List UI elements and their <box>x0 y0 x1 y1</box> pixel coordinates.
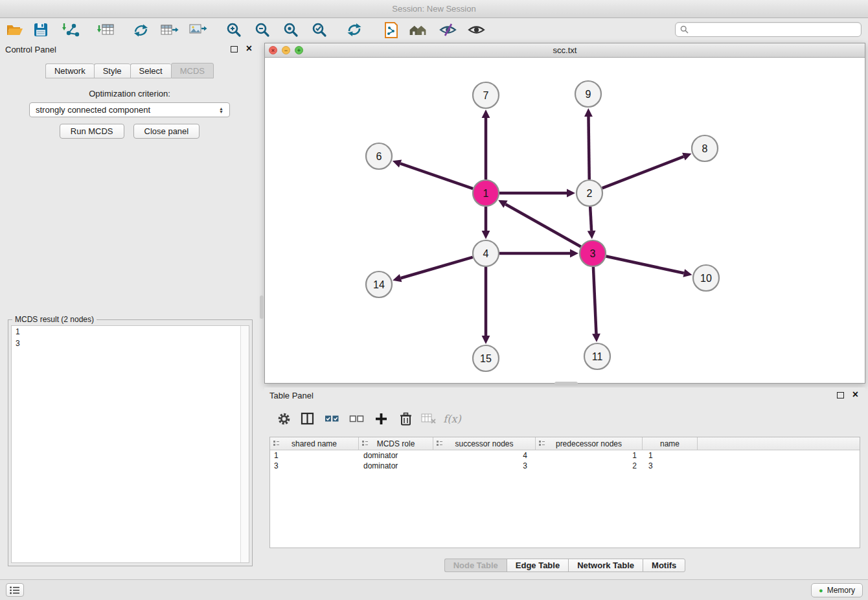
table-cell[interactable]: 2 <box>536 461 643 471</box>
control-panel-tabs: Network Style Select MCDS <box>0 63 259 78</box>
node-label-8: 8 <box>702 143 708 154</box>
edge-3-11[interactable] <box>593 267 597 334</box>
eye-icon[interactable] <box>466 20 486 40</box>
tab-network-table[interactable]: Network Table <box>568 559 643 572</box>
tab-style[interactable]: Style <box>94 63 130 78</box>
network-window-titlebar[interactable]: × − + scc.txt <box>265 43 865 58</box>
column-header-mcds-role[interactable]: MCDS role <box>359 437 433 450</box>
save-icon[interactable] <box>31 20 51 40</box>
tab-mcds[interactable]: MCDS <box>171 63 214 78</box>
column-header-name[interactable]: name <box>643 437 698 450</box>
table-cell[interactable]: 1 <box>536 450 643 461</box>
table-settings-gear-icon[interactable] <box>275 410 293 428</box>
snapshot-icon[interactable] <box>382 20 402 40</box>
edge-2-9[interactable] <box>588 117 589 179</box>
zoom-fit-icon[interactable] <box>281 20 301 40</box>
table-tabs: Node Table Edge Table Network Table Moti… <box>264 559 865 572</box>
zoom-selected-icon[interactable] <box>310 20 329 40</box>
export-network-icon[interactable] <box>131 20 150 40</box>
search-field[interactable] <box>675 22 862 37</box>
edge-arrowhead <box>570 249 578 258</box>
table-cell[interactable]: dominator <box>359 450 433 461</box>
node-label-14: 14 <box>373 279 385 290</box>
result-scrollbar-track[interactable] <box>240 326 249 562</box>
window-titlebar[interactable]: Session: New Session <box>0 0 868 18</box>
sort-icon <box>538 440 545 447</box>
vertical-splitter-handle[interactable] <box>260 295 264 319</box>
style-icon[interactable] <box>438 20 457 40</box>
column-header-shared-name[interactable]: shared name <box>270 437 359 450</box>
edge-2-8[interactable] <box>602 157 684 189</box>
run-mcds-button[interactable]: Run MCDS <box>60 124 124 139</box>
tab-network[interactable]: Network <box>45 63 94 78</box>
task-history-button[interactable] <box>6 583 24 597</box>
table-cell[interactable]: 3 <box>270 461 359 471</box>
sort-icon <box>436 440 443 447</box>
home-icon[interactable] <box>408 20 428 40</box>
table-cell[interactable]: dominator <box>359 461 433 471</box>
network-canvas[interactable]: 1234678910111415 <box>265 58 865 383</box>
memory-button[interactable]: ● Memory <box>811 583 863 597</box>
edge-3-1[interactable] <box>505 204 580 247</box>
horizontal-splitter-handle[interactable] <box>554 382 578 386</box>
control-panel-title: Control Panel <box>5 45 56 54</box>
export-image-icon[interactable] <box>188 20 207 40</box>
edge-arrowhead <box>482 336 490 344</box>
zoom-out-icon[interactable] <box>253 20 272 40</box>
mcds-result-list[interactable]: 13 <box>11 325 249 563</box>
edge-2-3[interactable] <box>590 207 591 231</box>
criterion-dropdown[interactable]: strongly connected component ▲▼ <box>29 102 230 117</box>
import-table-icon[interactable] <box>96 20 115 40</box>
close-panel-icon[interactable]: × <box>246 43 252 54</box>
refresh-icon[interactable] <box>345 20 364 40</box>
table-close-icon[interactable]: × <box>852 389 858 400</box>
status-bar: ● Memory <box>0 579 868 600</box>
main-toolbar <box>0 18 868 41</box>
add-column-icon[interactable] <box>372 410 390 428</box>
deselect-all-icon[interactable] <box>347 410 365 428</box>
row-filler <box>698 450 860 461</box>
column-header-predecessor-nodes[interactable]: predecessor nodes <box>536 437 643 450</box>
window-zoom-icon[interactable]: + <box>295 46 303 54</box>
function-builder-icon[interactable]: f(x) <box>443 410 461 428</box>
mcds-result-groupbox: MCDS result (2 nodes) 13 <box>8 319 253 566</box>
float-panel-icon[interactable] <box>231 46 238 52</box>
tab-motifs[interactable]: Motifs <box>643 559 685 572</box>
node-table: shared name MCDS role successor nodes pr… <box>269 437 860 548</box>
table-cell[interactable]: 1 <box>270 450 359 461</box>
delete-table-icon[interactable] <box>420 410 438 428</box>
mcds-result-item[interactable]: 1 <box>12 326 249 338</box>
zoom-in-icon[interactable] <box>224 20 244 40</box>
window-close-icon[interactable]: × <box>269 46 277 54</box>
optimization-criterion-label: Optimization criterion: <box>0 89 259 98</box>
select-all-icon[interactable] <box>323 410 341 428</box>
show-columns-icon[interactable] <box>298 410 316 428</box>
search-input[interactable] <box>692 25 856 34</box>
table-cell[interactable]: 3 <box>433 461 536 471</box>
sort-icon <box>273 440 280 447</box>
window-minimize-icon[interactable]: − <box>282 46 290 54</box>
table-row[interactable]: 3dominator323 <box>270 461 860 471</box>
table-cell[interactable]: 3 <box>643 461 698 471</box>
node-label-2: 2 <box>587 188 593 199</box>
mcds-result-item[interactable]: 3 <box>12 338 249 349</box>
table-float-icon[interactable] <box>837 392 844 398</box>
table-row[interactable]: 1dominator411 <box>270 450 860 461</box>
import-network-icon[interactable] <box>61 20 80 40</box>
export-table-icon[interactable] <box>159 20 179 40</box>
tab-edge-table[interactable]: Edge Table <box>507 559 568 572</box>
column-header-successor-nodes[interactable]: successor nodes <box>433 437 536 450</box>
table-panel: Table Panel × <box>264 387 865 575</box>
edge-3-10[interactable] <box>606 256 684 273</box>
edge-1-6[interactable] <box>400 163 473 189</box>
close-panel-button[interactable]: Close panel <box>133 124 200 139</box>
delete-column-icon[interactable] <box>396 410 415 428</box>
open-file-icon[interactable] <box>5 20 25 40</box>
table-cell[interactable]: 1 <box>643 450 698 461</box>
tab-select[interactable]: Select <box>130 63 171 78</box>
tab-node-table[interactable]: Node Table <box>444 559 507 572</box>
table-cell[interactable]: 4 <box>433 450 536 461</box>
edge-4-14[interactable] <box>401 257 473 278</box>
node-label-15: 15 <box>480 353 492 364</box>
network-window-title: scc.txt <box>553 45 577 55</box>
